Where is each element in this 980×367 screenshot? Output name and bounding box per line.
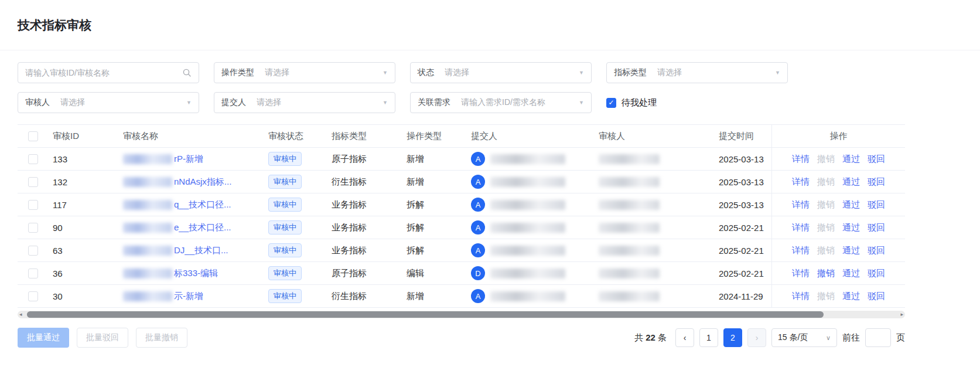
submitter-select[interactable]: 提交人 请选择 ▼ [214,92,395,113]
approve-link[interactable]: 通过 [842,199,860,210]
page-button-2[interactable]: 2 [723,328,742,347]
review-name-link[interactable]: 标333-编辑 [174,268,218,279]
row-checkbox[interactable] [28,223,38,233]
revoke-link[interactable]: 撤销 [817,291,835,302]
status-label: 状态 [418,67,434,78]
search-box[interactable] [18,62,199,83]
detail-link[interactable]: 详情 [792,154,810,165]
batch-revoke-button[interactable]: 批量撤销 [136,328,187,348]
review-name-link[interactable]: nNdAsjx指标... [174,176,231,188]
goto-input[interactable] [865,328,891,347]
operation-type-select[interactable]: 操作类型 请选择 ▼ [214,62,395,83]
review-status-cell: 审核中 [262,148,326,170]
detail-link[interactable]: 详情 [792,222,810,233]
submitter-placeholder: 请选择 [257,97,378,108]
batch-approve-button[interactable]: 批量通过 [18,328,69,348]
approve-link[interactable]: 通过 [842,291,860,302]
scrollbar-thumb[interactable] [27,311,824,318]
search-icon[interactable] [182,68,192,77]
checkbox-box[interactable]: ✓ [606,98,616,108]
row-checkbox[interactable] [28,200,38,210]
redacted-reviewer [599,154,660,164]
horizontal-scrollbar[interactable]: ◂ ▸ [18,311,905,318]
submit-time: 2025-03-13 [713,193,771,216]
revoke-link[interactable]: 撤销 [817,199,835,210]
submit-time: 2025-02-21 [713,239,771,261]
prev-page-button[interactable]: ‹ [675,328,694,347]
indicator-type: 衍生指标 [326,285,401,307]
row-checkbox[interactable] [28,291,38,301]
status-select[interactable]: 状态 请选择 ▼ [410,62,592,83]
reject-link[interactable]: 驳回 [868,222,885,233]
operation-type: 拆解 [401,216,465,239]
next-page-button[interactable]: › [747,328,766,347]
submitter-cell: A [465,285,593,307]
submitter-cell: A [465,193,593,216]
revoke-link[interactable]: 撤销 [817,176,835,188]
redacted-submitter [490,291,565,301]
review-status-cell: 审核中 [262,193,326,216]
row-checkbox[interactable] [28,246,38,256]
row-checkbox[interactable] [28,154,38,164]
approve-link[interactable]: 通过 [842,222,860,233]
pagination-total: 共 22 条 [634,332,667,344]
redacted-reviewer [599,291,660,301]
status-badge: 审核中 [268,243,302,257]
table-row: 30 示-新增 审核中 衍生指标 新增 A 2024-11-29 详情 撤销 通… [18,285,905,308]
row-checkbox[interactable] [28,177,38,187]
reject-link[interactable]: 驳回 [868,176,885,188]
review-name-link[interactable]: rP-新增 [174,154,203,165]
review-name-cell: nNdAsjx指标... [117,171,262,193]
review-name-link[interactable]: DJ__技术口... [174,245,228,256]
indicator-type-select[interactable]: 指标类型 请选择 ▼ [606,62,788,83]
revoke-link[interactable]: 撤销 [817,154,835,165]
scroll-right-arrow-icon[interactable]: ▸ [900,312,903,317]
review-name-link[interactable]: 示-新增 [174,291,203,302]
detail-link[interactable]: 详情 [792,291,810,302]
reject-link[interactable]: 驳回 [868,268,885,279]
approve-link[interactable]: 通过 [842,154,860,165]
indicator-type: 业务指标 [326,239,401,261]
approve-link[interactable]: 通过 [842,176,860,188]
page-size-select[interactable]: 15 条/页 ∨ [771,328,837,347]
detail-link[interactable]: 详情 [792,245,810,256]
header-review-status: 审核状态 [262,125,326,147]
detail-link[interactable]: 详情 [792,199,810,210]
submit-time: 2024-11-29 [713,285,771,307]
revoke-link[interactable]: 撤销 [817,222,835,233]
page-header: 技术指标审核 [0,0,980,50]
review-name-link[interactable]: e__技术口径... [174,222,231,233]
approve-link[interactable]: 通过 [842,245,860,256]
detail-link[interactable]: 详情 [792,268,810,279]
page-button-1[interactable]: 1 [699,328,718,347]
related-requirement-select[interactable]: 关联需求 请输入需求ID/需求名称 ▼ [410,92,592,113]
operation-type: 拆解 [401,193,465,216]
reviewer-select[interactable]: 审核人 请选择 ▼ [18,92,199,113]
select-all-checkbox[interactable] [28,131,38,141]
redacted-submitter [490,177,565,187]
redacted-name [123,200,172,210]
approve-link[interactable]: 通过 [842,268,860,279]
header-reviewer: 审核人 [593,125,713,147]
revoke-link[interactable]: 撤销 [817,245,835,256]
review-name-link[interactable]: q__技术口径... [174,199,231,210]
reject-link[interactable]: 驳回 [868,291,885,302]
row-checkbox[interactable] [28,269,38,278]
search-input[interactable] [25,68,182,77]
revoke-link[interactable]: 撤销 [817,268,835,279]
operation-type: 新增 [401,285,465,307]
detail-link[interactable]: 详情 [792,176,810,188]
reject-link[interactable]: 驳回 [868,199,885,210]
reviewer-cell [593,193,713,216]
caret-down-icon: ▼ [383,100,388,106]
pending-me-checkbox[interactable]: ✓ 待我处理 [606,97,657,108]
status-badge: 审核中 [268,152,302,166]
reviewer-cell [593,171,713,193]
reject-link[interactable]: 驳回 [868,245,885,256]
submitter-avatar: A [471,175,485,189]
batch-reject-button[interactable]: 批量驳回 [77,328,128,348]
reviewer-cell [593,262,713,284]
submit-time: 2025-02-21 [713,262,771,284]
reject-link[interactable]: 驳回 [868,154,885,165]
scroll-left-arrow-icon[interactable]: ◂ [19,312,22,317]
